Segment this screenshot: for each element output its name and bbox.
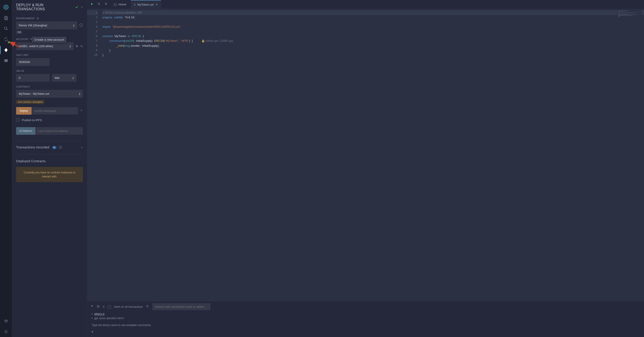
value-amount-input[interactable] (16, 74, 50, 82)
terminal-panel: 0 listen on all transactions ethers.js g… (87, 301, 644, 337)
zoom-in-icon[interactable] (103, 2, 109, 6)
svg-point-1 (5, 6, 7, 8)
environment-label: ENVIRONMENT (16, 17, 35, 20)
account-tooltip: Create a new account (32, 37, 67, 43)
no-contract-message: Currently you have no contract instances… (16, 167, 83, 182)
remix-logo-icon[interactable] (2, 3, 10, 11)
minimap[interactable] (617, 10, 642, 30)
listen-label: listen on all transactions (114, 305, 143, 308)
terminal-output: ethers.js gpt <your question here> Type … (87, 312, 644, 337)
line-gutter: 12345678910 (87, 9, 100, 301)
environment-select[interactable]: Remix VM (Shanghai) (16, 21, 77, 29)
pending-tx-count: 0 (103, 305, 104, 308)
transactions-count-badge: 0 (52, 146, 56, 149)
svg-line-10 (99, 4, 100, 5)
svg-point-6 (5, 331, 6, 332)
solidity-file-icon: S (134, 3, 136, 6)
code-editor[interactable]: 12345678910 // SPDX-License-Identifier: … (87, 9, 644, 301)
terminal-prompt[interactable]: > (92, 328, 640, 334)
chevron-right-icon[interactable] (81, 5, 83, 9)
deployed-contracts-label: Deployed Contracts (16, 154, 83, 163)
check-icon (75, 5, 78, 9)
home-icon (114, 3, 117, 6)
value-label: VALUE (16, 69, 83, 72)
value-unit-select[interactable]: Wei (52, 74, 76, 82)
run-icon[interactable] (89, 2, 95, 6)
terminal-search-input[interactable] (152, 303, 210, 310)
svg-rect-3 (5, 17, 8, 20)
tab-bar: Home S MyToken.sol ✕ (87, 0, 644, 9)
at-address-input[interactable] (35, 127, 83, 135)
transactions-chevron-icon[interactable] (81, 146, 83, 149)
zoom-out-icon[interactable] (96, 2, 102, 6)
svg-line-5 (6, 29, 8, 30)
deploy-run-panel: DEPLOY & RUN TRANSACTIONS ENVIRONMENT Re… (12, 0, 87, 337)
book-icon[interactable] (2, 57, 10, 65)
svg-line-14 (106, 4, 107, 5)
code-content: // SPDX-License-Identifier: MITpragma so… (100, 9, 644, 301)
search-icon[interactable] (2, 24, 10, 33)
tab-home[interactable]: Home (110, 0, 130, 9)
svg-line-18 (148, 307, 148, 307)
tab-file[interactable]: S MyToken.sol ✕ (131, 0, 161, 9)
ethers-link[interactable]: ethers.js (94, 313, 104, 316)
env-info-icon[interactable]: ⓘ (80, 23, 83, 28)
evm-version-badge: evm version: shanghai (16, 100, 44, 104)
edit-account-icon[interactable]: ✎ (80, 44, 83, 48)
publish-ipfs-label: Publish to IPFS (22, 118, 42, 122)
compiler-icon[interactable] (2, 35, 10, 43)
vm-badge: VM (16, 31, 22, 34)
listen-checkbox[interactable] (108, 305, 111, 309)
deploy-args-input[interactable] (32, 107, 78, 114)
svg-rect-2 (4, 16, 7, 19)
account-select[interactable]: 0x5B3...eddC4 (100 ether) (16, 42, 74, 50)
main-area: Home S MyToken.sol ✕ 12345678910 // SPDX… (87, 0, 644, 337)
deploy-expand-icon[interactable] (80, 109, 83, 113)
plugin-icon[interactable] (2, 317, 10, 325)
plug-icon (36, 17, 39, 20)
settings-icon[interactable] (2, 328, 10, 336)
publish-ipfs-checkbox[interactable] (16, 118, 20, 122)
icon-sidebar (0, 0, 12, 337)
copy-account-icon[interactable]: ⧉ (76, 44, 78, 48)
transactions-info-icon[interactable]: ⓘ (59, 145, 62, 149)
file-explorer-icon[interactable] (2, 14, 10, 22)
account-label: ACCOUNT (16, 38, 29, 40)
at-address-button[interactable]: At Address (16, 127, 35, 135)
contract-label: CONTRACT (16, 85, 83, 88)
svg-point-0 (4, 5, 8, 9)
terminal-collapse-icon[interactable] (90, 305, 94, 309)
svg-line-16 (98, 306, 99, 307)
deploy-button[interactable]: Deploy (16, 107, 32, 115)
panel-title: DEPLOY & RUN TRANSACTIONS (16, 3, 73, 11)
svg-point-4 (4, 27, 7, 30)
close-tab-icon[interactable]: ✕ (156, 3, 158, 6)
transactions-recorded-label: Transactions recorded (16, 145, 50, 149)
deploy-run-icon[interactable] (2, 46, 10, 54)
gas-limit-label: GAS LIMIT (16, 54, 83, 56)
gas-limit-input[interactable] (16, 58, 50, 66)
terminal-clear-icon[interactable] (96, 305, 100, 309)
contract-select[interactable]: MyToken - MyToken.sol (16, 90, 83, 98)
terminal-search-icon[interactable] (146, 305, 149, 309)
